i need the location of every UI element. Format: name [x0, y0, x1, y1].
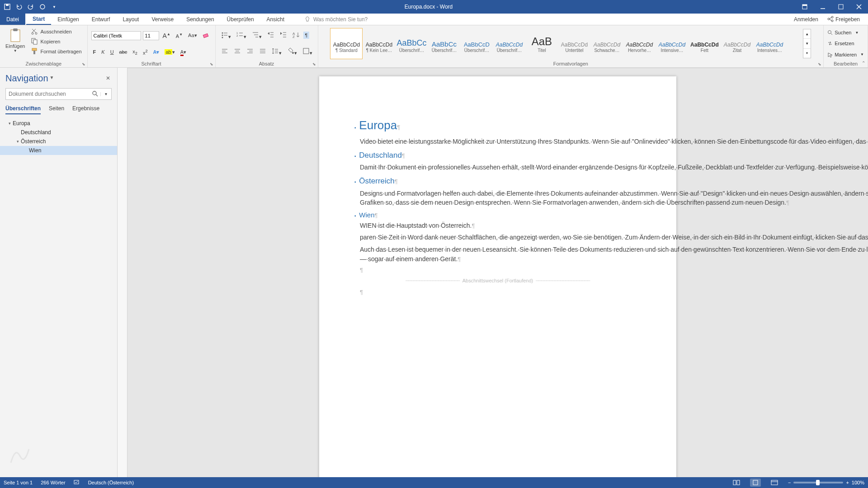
tab-view[interactable]: Ansicht — [260, 14, 291, 25]
style-item[interactable]: AaBbCcDdUntertitel — [558, 28, 590, 59]
tab-file[interactable]: Datei — [0, 14, 25, 25]
nav-tab-pages[interactable]: Seiten — [49, 105, 64, 114]
strikethrough-button[interactable]: abc — [118, 48, 129, 56]
cut-button[interactable]: Ausschneiden — [29, 27, 83, 36]
navigation-search-dropdown[interactable]: ▼ — [100, 92, 111, 96]
line-spacing-button[interactable]: ▾ — [270, 47, 283, 57]
zoom-in-button[interactable]: + — [846, 480, 849, 485]
style-item[interactable]: AaBbCcDdIntensives… — [753, 28, 786, 59]
multilevel-list-button[interactable]: ▾ — [250, 30, 264, 41]
zoom-level[interactable]: 100% — [852, 480, 864, 485]
navigation-search-button[interactable] — [90, 90, 100, 98]
change-case-button[interactable]: Aa▾ — [186, 32, 198, 39]
qat-customize-dropdown[interactable]: ▼ — [50, 2, 59, 11]
sort-button[interactable]: AZ — [291, 30, 302, 40]
view-read-mode-button[interactable] — [731, 479, 742, 487]
tab-references[interactable]: Verweise — [145, 14, 180, 25]
zoom-out-button[interactable]: − — [788, 480, 791, 485]
shrink-font-button[interactable]: A▼ — [174, 32, 184, 40]
find-button[interactable]: Suchen▼ — [827, 29, 864, 36]
horizontal-ruler[interactable] — [127, 68, 868, 68]
nav-tab-headings[interactable]: Überschriften — [5, 105, 41, 114]
style-item[interactable]: AaBbCcÜberschrif… — [428, 28, 460, 59]
replace-button[interactable]: Ersetzen — [827, 40, 864, 47]
tell-me-search[interactable]: Was möchten Sie tun? — [304, 14, 368, 25]
maximize-button[interactable] — [832, 0, 850, 14]
font-launcher[interactable]: ⬊ — [210, 62, 213, 66]
styles-launcher[interactable]: ⬊ — [818, 62, 821, 66]
format-painter-button[interactable]: Format übertragen — [29, 47, 83, 56]
gallery-more-button[interactable]: ▾ — [803, 49, 811, 58]
view-web-layout-button[interactable] — [769, 479, 780, 487]
grow-font-button[interactable]: A▲ — [161, 31, 172, 40]
nav-tree-node[interactable]: ▾Europa — [0, 119, 117, 128]
shading-button[interactable]: ▾ — [285, 47, 299, 57]
subscript-button[interactable]: x2 — [131, 48, 139, 56]
ribbon-display-options-button[interactable] — [796, 0, 814, 14]
tab-layout[interactable]: Layout — [116, 14, 145, 25]
sign-in-link[interactable]: Anmelden — [794, 16, 818, 23]
style-item[interactable]: AaBbCcÜberschrif… — [395, 28, 428, 59]
style-item[interactable]: AaBbCcDÜberschrif… — [460, 28, 493, 59]
tab-design[interactable]: Entwurf — [85, 14, 117, 25]
text-effects-button[interactable]: A▾ — [151, 48, 161, 56]
collapse-ribbon-button[interactable]: ⌃ — [862, 61, 865, 66]
tab-mailings[interactable]: Sendungen — [180, 14, 220, 25]
save-button[interactable] — [3, 2, 12, 11]
paste-button[interactable]: Einfügen ▼ — [4, 27, 27, 60]
paragraph-launcher[interactable]: ⬊ — [312, 62, 316, 66]
nav-tab-results[interactable]: Ergebnisse — [72, 105, 99, 114]
borders-button[interactable]: ▾ — [301, 47, 314, 57]
bullets-button[interactable]: ▾ — [219, 30, 233, 41]
navigation-search-input[interactable] — [6, 91, 90, 97]
italic-button[interactable]: K — [99, 48, 106, 56]
gallery-up-button[interactable]: ▲ — [803, 29, 811, 39]
copy-button[interactable]: Kopieren — [29, 37, 83, 46]
navigation-options-dropdown[interactable]: ▼ — [48, 75, 56, 82]
align-center-button[interactable] — [232, 47, 243, 57]
font-color-button[interactable]: A▾ — [179, 48, 188, 56]
decrease-indent-button[interactable] — [265, 30, 276, 40]
numbering-button[interactable]: 12▾ — [235, 30, 248, 41]
minimize-button[interactable] — [814, 0, 832, 14]
status-words[interactable]: 266 Wörter — [41, 480, 65, 485]
clipboard-launcher[interactable]: ⬊ — [82, 62, 85, 66]
view-print-layout-button[interactable] — [750, 479, 761, 487]
highlight-button[interactable]: ab▾ — [163, 48, 176, 56]
zoom-slider[interactable] — [793, 482, 843, 483]
style-item[interactable]: AaBbCcDdÜberschrif… — [493, 28, 525, 59]
style-item[interactable]: AaBTitel — [525, 28, 558, 59]
increase-indent-button[interactable] — [278, 30, 289, 40]
style-item[interactable]: AaBbCcDdFett — [688, 28, 721, 59]
bold-button[interactable]: F — [91, 48, 98, 56]
align-left-button[interactable] — [219, 47, 230, 57]
clear-formatting-button[interactable] — [201, 31, 212, 41]
superscript-button[interactable]: x2 — [141, 48, 150, 56]
status-spellcheck-icon[interactable] — [74, 479, 80, 486]
share-button[interactable]: Freigeben — [827, 16, 860, 23]
nav-tree-node[interactable]: Wien — [0, 146, 117, 155]
style-item[interactable]: AaBbCcDdZitat — [721, 28, 753, 59]
select-button[interactable]: Markieren▼ — [827, 52, 864, 58]
gallery-down-button[interactable]: ▼ — [803, 39, 811, 48]
style-item[interactable]: AaBbCcDdSchwache… — [590, 28, 623, 59]
redo-button[interactable] — [26, 2, 35, 11]
justify-button[interactable] — [257, 47, 268, 57]
tab-review[interactable]: Überprüfen — [221, 14, 260, 25]
style-item[interactable]: AaBbCcDd¶ Kein Lee… — [363, 28, 395, 59]
show-hide-button[interactable]: ¶ — [303, 32, 310, 39]
status-language[interactable]: Deutsch (Österreich) — [88, 480, 134, 485]
document-page[interactable]: Europa¶ Video·bietet·eine·leistungsstark… — [319, 76, 676, 477]
align-right-button[interactable] — [245, 47, 255, 57]
style-item[interactable]: AaBbCcDdIntensive… — [656, 28, 688, 59]
navigation-close-button[interactable]: ✕ — [104, 75, 112, 82]
font-name-combo[interactable] — [91, 31, 141, 40]
tab-start[interactable]: Start — [26, 14, 51, 25]
nav-tree-node[interactable]: Deutschland — [0, 128, 117, 137]
vertical-ruler[interactable] — [118, 68, 127, 477]
font-size-combo[interactable] — [143, 31, 159, 40]
status-page[interactable]: Seite 1 von 1 — [4, 480, 33, 485]
close-button[interactable] — [850, 0, 868, 14]
undo-button[interactable] — [14, 2, 24, 11]
style-item[interactable]: AaBbCcDd¶ Standard — [330, 28, 363, 59]
